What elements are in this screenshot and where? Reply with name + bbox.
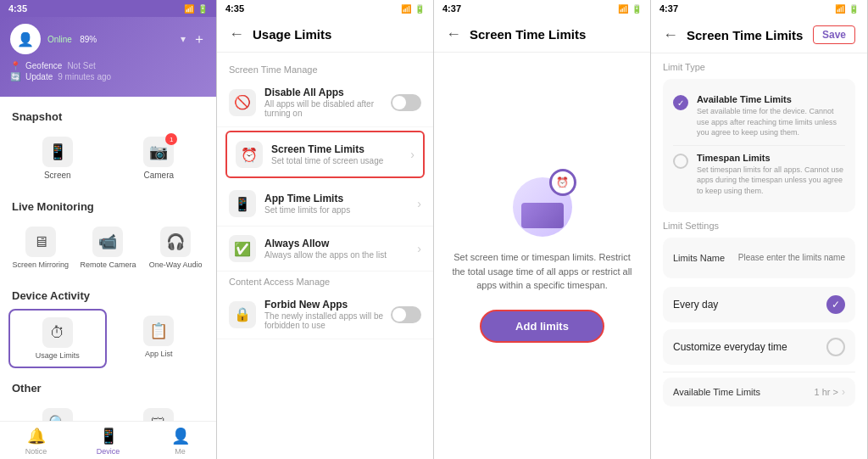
sidebar-item-camera[interactable]: 📷 1 Camera: [110, 130, 209, 187]
battery-icon-2: 🔋: [415, 4, 425, 14]
nav-me[interactable]: 👤 Me: [144, 427, 216, 456]
app-time-text: App Time Limits Set time limits for apps: [264, 193, 414, 215]
snapshot-title: Snapshot: [0, 104, 216, 126]
screen-time-form-content: Limit Type Available Time Limits Set ava…: [651, 53, 867, 459]
top-section: 👤 Online 89% ▾ ＋ 📍 Geofence Not Set 🔄 Up…: [0, 17, 216, 97]
notice-icon: 🔔: [27, 427, 46, 445]
sidebar-item-remote-camera[interactable]: 📹 Remote Camera: [76, 220, 141, 276]
chevron-right-icon-1: ›: [410, 148, 415, 161]
sidebar-item-find-child[interactable]: 🔍 Find Child's App: [8, 401, 107, 421]
every-day-row[interactable]: Every day ✓: [663, 287, 855, 322]
battery-level: 89%: [80, 35, 97, 44]
forbid-apps-item[interactable]: 🔒 Forbid New Apps The newly installed ap…: [217, 290, 433, 339]
usage-limits-header: ← Usage Limits: [217, 17, 433, 53]
nav-notice[interactable]: 🔔 Notice: [0, 427, 72, 456]
sidebar-item-one-way-audio[interactable]: 🎧 One-Way Audio: [143, 220, 208, 276]
online-status: Online 89%: [47, 33, 181, 45]
available-time-row-value: 1 hr >: [815, 387, 838, 397]
sidebar-content: Snapshot 📱 Screen 📷 1 Camera Live Monito…: [0, 97, 216, 421]
back-button-2[interactable]: ←: [229, 25, 244, 43]
me-icon: 👤: [171, 427, 190, 445]
back-button-4[interactable]: ←: [663, 26, 678, 44]
status-icons-1: 📶 🔋: [184, 4, 208, 14]
disable-apps-toggle[interactable]: [391, 94, 421, 111]
sidebar-item-screen[interactable]: 📱 Screen: [8, 130, 107, 187]
other-title: Other: [0, 375, 216, 398]
status-icons-3: 📶 🔋: [618, 4, 642, 14]
update-row: 🔄 Update 9 minutes ago: [10, 72, 206, 81]
add-limits-button[interactable]: Add limits: [480, 310, 604, 343]
save-button[interactable]: Save: [813, 25, 855, 44]
forbid-apps-icon: 🔒: [229, 301, 256, 328]
time-chevron-icon: ›: [842, 386, 845, 398]
limit-settings-title: Limit Settings: [663, 221, 855, 231]
app-list-icon: 📋: [143, 316, 174, 346]
timespan-radio[interactable]: [673, 154, 688, 169]
status-time-1: 4:35: [8, 3, 27, 14]
screen-time-limits-item[interactable]: ⏰ Screen Time Limits Set total time of s…: [225, 131, 425, 178]
audio-icon: 🎧: [160, 227, 191, 257]
geofence-row: 📍 Geofence Not Set: [10, 61, 206, 70]
available-time-radio[interactable]: [673, 95, 688, 110]
available-time-option[interactable]: Available Time Limits Set available time…: [673, 87, 845, 146]
sidebar-item-check-permissions[interactable]: 🛡 Check Permissions: [110, 401, 209, 421]
limit-type-section-title: Limit Type: [663, 62, 855, 72]
panel-screen-time-empty: 4:37 📶 🔋 ← Screen Time Limits ⏰ Set scre…: [434, 0, 651, 459]
sidebar-item-screen-mirroring[interactable]: 🖥 Screen Mirroring: [8, 220, 73, 276]
battery-icon-4: 🔋: [849, 4, 859, 14]
customize-row[interactable]: Customize everyday time: [663, 329, 855, 365]
always-allow-text: Always Allow Always allow the apps on th…: [264, 238, 414, 260]
empty-description: Set screen time or timespan limits. Rest…: [451, 250, 633, 293]
back-button-3[interactable]: ←: [446, 25, 461, 43]
avatar: 👤: [10, 24, 41, 54]
nav-device[interactable]: 📱 Device: [72, 427, 144, 456]
status-bar-2: 4:35 📶 🔋: [217, 0, 433, 17]
every-day-check[interactable]: ✓: [826, 295, 845, 314]
screen-mirroring-icon: 🖥: [25, 227, 56, 257]
available-time-row-label: Available Time Limits: [673, 387, 815, 397]
app-time-limits-item[interactable]: 📱 App Time Limits Set time limits for ap…: [217, 182, 433, 227]
status-time-3: 4:37: [442, 3, 461, 14]
camera-label: Camera: [143, 171, 174, 180]
chevron-right-icon-2: ›: [417, 197, 421, 210]
live-grid: 🖥 Screen Mirroring 📹 Remote Camera 🎧 One…: [0, 216, 216, 283]
usage-limits-content: Screen Time Manage 🚫 Disable All Apps Al…: [217, 53, 433, 459]
available-time-row[interactable]: Available Time Limits 1 hr > ›: [663, 378, 855, 406]
usage-limits-title: Usage Limits: [253, 27, 331, 42]
screen-time-icon: ⏰: [236, 141, 263, 168]
limits-name-input[interactable]: [737, 253, 845, 262]
screen-time-form-title: Screen Time Limits: [687, 28, 803, 42]
screen-time-text: Screen Time Limits Set total time of scr…: [271, 143, 407, 165]
status-bar-4: 4:37 📶 🔋: [651, 0, 867, 17]
limit-settings-card: Limits Name: [663, 238, 855, 278]
add-icon[interactable]: ＋: [192, 31, 206, 48]
live-title: Live Monitoring: [0, 193, 216, 216]
app-time-icon: 📱: [229, 190, 256, 217]
user-row: 👤 Online 89% ▾ ＋: [10, 24, 206, 54]
illus-clock: ⏰: [549, 169, 576, 196]
customize-check[interactable]: [826, 338, 845, 356]
sidebar-item-app-list[interactable]: 📋 App List: [110, 309, 209, 368]
disable-apps-item[interactable]: 🚫 Disable All Apps All apps will be disa…: [217, 78, 433, 127]
status-time-4: 4:37: [659, 3, 678, 14]
sidebar-item-usage-limits[interactable]: ⏱ Usage Limits: [8, 309, 107, 368]
panel-sidebar: 4:35 📶 🔋 👤 Online 89% ▾ ＋ 📍 Geofence Not…: [0, 0, 217, 459]
activity-title: Device Activity: [0, 283, 216, 305]
status-time-2: 4:35: [225, 3, 244, 14]
screen-time-empty-title: Screen Time Limits: [470, 27, 586, 42]
status-icons-2: 📶 🔋: [401, 4, 425, 14]
remote-camera-icon: 📹: [92, 227, 123, 257]
disable-apps-text: Disable All Apps All apps will be disabl…: [264, 87, 391, 118]
always-allow-item[interactable]: ✅ Always Allow Always allow the apps on …: [217, 227, 433, 271]
status-bar-1: 4:35 📶 🔋: [0, 0, 216, 17]
timespan-option[interactable]: Timespan Limits Set timespan limits for …: [673, 146, 845, 204]
device-icon: 📱: [99, 427, 118, 445]
divider: [663, 372, 855, 372]
forbid-apps-toggle[interactable]: [391, 306, 421, 323]
signal-icon-2: 📶: [401, 4, 411, 14]
chevron-down-icon[interactable]: ▾: [181, 33, 186, 45]
signal-icon: 📶: [184, 4, 194, 14]
screen-time-empty-content: ⏰ Set screen time or timespan limits. Re…: [434, 53, 650, 459]
geofence-icon: 📍: [10, 61, 20, 70]
every-day-label: Every day: [673, 299, 826, 311]
